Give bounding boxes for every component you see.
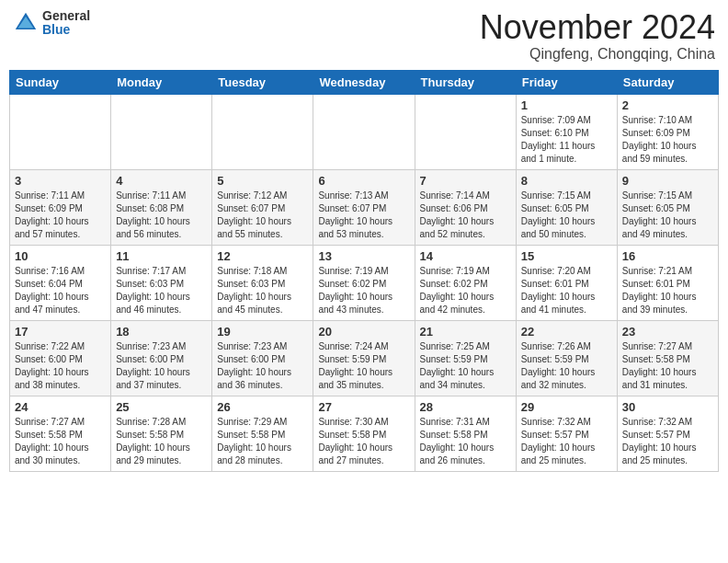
day-info: Sunrise: 7:31 AM Sunset: 5:58 PM Dayligh… [420,416,511,467]
calendar-cell: 4Sunrise: 7:11 AM Sunset: 6:08 PM Daylig… [111,169,212,245]
day-number: 5 [217,174,308,188]
day-number: 20 [318,325,409,339]
calendar-cell: 5Sunrise: 7:12 AM Sunset: 6:07 PM Daylig… [212,169,313,245]
calendar-cell: 22Sunrise: 7:26 AM Sunset: 5:59 PM Dayli… [516,320,617,396]
day-info: Sunrise: 7:30 AM Sunset: 5:58 PM Dayligh… [318,416,409,467]
calendar-cell [10,94,111,169]
weekday-header: Wednesday [313,70,415,94]
calendar-cell: 12Sunrise: 7:18 AM Sunset: 6:03 PM Dayli… [212,245,313,320]
day-info: Sunrise: 7:26 AM Sunset: 5:59 PM Dayligh… [521,340,612,392]
calendar-cell: 14Sunrise: 7:19 AM Sunset: 6:02 PM Dayli… [415,245,516,320]
day-info: Sunrise: 7:10 AM Sunset: 6:09 PM Dayligh… [622,114,713,166]
day-info: Sunrise: 7:29 AM Sunset: 5:58 PM Dayligh… [217,416,308,467]
calendar-cell: 3Sunrise: 7:11 AM Sunset: 6:09 PM Daylig… [10,169,111,245]
month-title: November 2024 [480,9,715,46]
day-number: 2 [622,98,713,112]
day-number: 9 [622,174,713,188]
calendar-cell: 10Sunrise: 7:16 AM Sunset: 6:04 PM Dayli… [10,245,111,320]
calendar-cell: 27Sunrise: 7:30 AM Sunset: 5:58 PM Dayli… [313,396,415,471]
logo-text: General Blue [42,9,90,38]
calendar-cell: 29Sunrise: 7:32 AM Sunset: 5:57 PM Dayli… [516,396,617,471]
day-number: 3 [15,174,106,188]
calendar-cell: 15Sunrise: 7:20 AM Sunset: 6:01 PM Dayli… [516,245,617,320]
calendar-cell: 11Sunrise: 7:17 AM Sunset: 6:03 PM Dayli… [111,245,212,320]
logo-icon [13,10,39,36]
day-info: Sunrise: 7:12 AM Sunset: 6:07 PM Dayligh… [217,190,308,241]
calendar-week-row: 17Sunrise: 7:22 AM Sunset: 6:00 PM Dayli… [10,320,719,396]
calendar-week-row: 1Sunrise: 7:09 AM Sunset: 6:10 PM Daylig… [10,94,719,169]
day-number: 16 [622,249,713,263]
day-number: 17 [15,325,106,339]
day-number: 19 [217,325,308,339]
day-info: Sunrise: 7:13 AM Sunset: 6:07 PM Dayligh… [318,190,409,241]
day-info: Sunrise: 7:11 AM Sunset: 6:09 PM Dayligh… [15,190,106,241]
day-number: 14 [420,249,511,263]
calendar-cell: 1Sunrise: 7:09 AM Sunset: 6:10 PM Daylig… [516,94,617,169]
title-block: November 2024 Qingfeng, Chongqing, China [480,9,715,63]
calendar-cell [313,94,415,169]
day-number: 27 [318,400,409,414]
calendar-week-row: 10Sunrise: 7:16 AM Sunset: 6:04 PM Dayli… [10,245,719,320]
day-info: Sunrise: 7:15 AM Sunset: 6:05 PM Dayligh… [521,190,612,241]
calendar-cell: 19Sunrise: 7:23 AM Sunset: 6:00 PM Dayli… [212,320,313,396]
day-info: Sunrise: 7:17 AM Sunset: 6:03 PM Dayligh… [116,265,207,316]
day-number: 18 [116,325,207,339]
weekday-header: Tuesday [212,70,313,94]
calendar-cell: 30Sunrise: 7:32 AM Sunset: 5:57 PM Dayli… [617,396,718,471]
page-header: General Blue November 2024 Qingfeng, Cho… [9,9,719,63]
day-number: 15 [521,249,612,263]
day-info: Sunrise: 7:16 AM Sunset: 6:04 PM Dayligh… [15,265,106,316]
calendar-cell [111,94,212,169]
day-number: 21 [420,325,511,339]
calendar-cell: 18Sunrise: 7:23 AM Sunset: 6:00 PM Dayli… [111,320,212,396]
calendar-cell: 28Sunrise: 7:31 AM Sunset: 5:58 PM Dayli… [415,396,516,471]
calendar-table: SundayMondayTuesdayWednesdayThursdayFrid… [9,70,719,472]
weekday-header: Sunday [10,70,111,94]
day-info: Sunrise: 7:24 AM Sunset: 5:59 PM Dayligh… [318,340,409,392]
calendar-cell: 26Sunrise: 7:29 AM Sunset: 5:58 PM Dayli… [212,396,313,471]
weekday-header: Monday [111,70,212,94]
calendar-week-row: 3Sunrise: 7:11 AM Sunset: 6:09 PM Daylig… [10,169,719,245]
calendar-cell: 20Sunrise: 7:24 AM Sunset: 5:59 PM Dayli… [313,320,415,396]
logo: General Blue [13,9,90,38]
day-number: 28 [420,400,511,414]
calendar-cell: 23Sunrise: 7:27 AM Sunset: 5:58 PM Dayli… [617,320,718,396]
day-info: Sunrise: 7:21 AM Sunset: 6:01 PM Dayligh… [622,265,713,316]
day-info: Sunrise: 7:09 AM Sunset: 6:10 PM Dayligh… [521,114,612,166]
day-number: 23 [622,325,713,339]
day-info: Sunrise: 7:20 AM Sunset: 6:01 PM Dayligh… [521,265,612,316]
day-info: Sunrise: 7:27 AM Sunset: 5:58 PM Dayligh… [622,340,713,392]
calendar-cell: 25Sunrise: 7:28 AM Sunset: 5:58 PM Dayli… [111,396,212,471]
day-info: Sunrise: 7:11 AM Sunset: 6:08 PM Dayligh… [116,190,207,241]
weekday-header-row: SundayMondayTuesdayWednesdayThursdayFrid… [10,70,719,94]
day-number: 30 [622,400,713,414]
calendar-cell: 7Sunrise: 7:14 AM Sunset: 6:06 PM Daylig… [415,169,516,245]
weekday-header: Friday [516,70,617,94]
day-number: 11 [116,249,207,263]
location: Qingfeng, Chongqing, China [480,46,715,63]
day-number: 24 [15,400,106,414]
day-info: Sunrise: 7:19 AM Sunset: 6:02 PM Dayligh… [318,265,409,316]
day-info: Sunrise: 7:23 AM Sunset: 6:00 PM Dayligh… [217,340,308,392]
day-number: 25 [116,400,207,414]
day-number: 10 [15,249,106,263]
calendar-cell: 16Sunrise: 7:21 AM Sunset: 6:01 PM Dayli… [617,245,718,320]
calendar-cell: 24Sunrise: 7:27 AM Sunset: 5:58 PM Dayli… [10,396,111,471]
day-info: Sunrise: 7:22 AM Sunset: 6:00 PM Dayligh… [15,340,106,392]
calendar-week-row: 24Sunrise: 7:27 AM Sunset: 5:58 PM Dayli… [10,396,719,471]
day-info: Sunrise: 7:23 AM Sunset: 6:00 PM Dayligh… [116,340,207,392]
calendar-cell [415,94,516,169]
calendar-cell: 21Sunrise: 7:25 AM Sunset: 5:59 PM Dayli… [415,320,516,396]
calendar-cell [212,94,313,169]
day-info: Sunrise: 7:28 AM Sunset: 5:58 PM Dayligh… [116,416,207,467]
calendar-cell: 13Sunrise: 7:19 AM Sunset: 6:02 PM Dayli… [313,245,415,320]
day-number: 13 [318,249,409,263]
day-number: 12 [217,249,308,263]
day-number: 29 [521,400,612,414]
calendar-cell: 2Sunrise: 7:10 AM Sunset: 6:09 PM Daylig… [617,94,718,169]
day-number: 26 [217,400,308,414]
day-info: Sunrise: 7:32 AM Sunset: 5:57 PM Dayligh… [521,416,612,467]
calendar-cell: 6Sunrise: 7:13 AM Sunset: 6:07 PM Daylig… [313,169,415,245]
day-info: Sunrise: 7:19 AM Sunset: 6:02 PM Dayligh… [420,265,511,316]
day-number: 7 [420,174,511,188]
